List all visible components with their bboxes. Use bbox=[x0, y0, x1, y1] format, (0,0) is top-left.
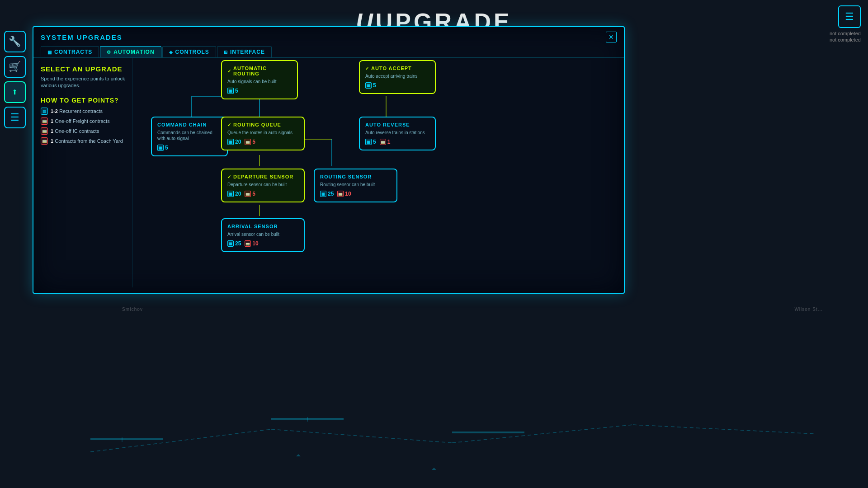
cost-val-rq2: 5 bbox=[252, 139, 255, 145]
card-desc-ds: Departure sensor can be built bbox=[227, 182, 298, 188]
cost-cyan-aa: ▦ 5 bbox=[365, 82, 376, 89]
point-icon-red-1: 🚃 bbox=[41, 117, 48, 125]
select-upgrade-desc: Spend the experience points to unlock va… bbox=[41, 75, 125, 89]
cost-icon-ar: ▦ bbox=[227, 88, 234, 94]
cost-icon-rs2: 🚃 bbox=[337, 191, 344, 197]
cost-cyan-ds: ▦ 20 bbox=[227, 191, 241, 197]
cost-icon-rs1: ▦ bbox=[320, 191, 326, 197]
card-title-rq: ✓ Routing Queue bbox=[227, 122, 298, 127]
point-item-3: 🚃 1 One-off IC contracts bbox=[41, 127, 125, 135]
tab-contracts-label: CONTRACTS bbox=[54, 49, 92, 55]
cost-val-rs2: 10 bbox=[345, 191, 351, 197]
check-icon-ds: ✓ bbox=[227, 174, 231, 179]
card-costs-ds: ▦ 20 🚃 5 bbox=[227, 191, 298, 197]
cost-cyan-ar: ▦ 5 bbox=[227, 88, 238, 94]
point-icon-red-2: 🚃 bbox=[41, 127, 48, 135]
check-icon-rq: ✓ bbox=[227, 122, 231, 127]
tab-automation[interactable]: ⚙ AUTOMATION bbox=[100, 46, 161, 57]
cost-val-cc: 5 bbox=[165, 145, 168, 151]
cost-cyan-rq: ▦ 20 bbox=[227, 139, 241, 145]
sidebar-btn-wrench[interactable]: 🔧 bbox=[4, 31, 26, 52]
card-costs-ar2: ▦ 5 🚃 1 bbox=[365, 139, 429, 145]
cost-red-ar2: 🚃 1 bbox=[380, 139, 391, 145]
card-costs-aa: ▦ 5 bbox=[365, 82, 429, 89]
point-item-1: ▦ 1-2 Recurrent contracts bbox=[41, 108, 125, 115]
contracts-tab-icon: ▦ bbox=[47, 50, 52, 55]
card-desc-as: Arrival sensor can be built bbox=[227, 231, 298, 237]
tab-controls[interactable]: ◈ CONTROLS bbox=[162, 46, 216, 57]
card-desc-ar2: Auto reverse trains in stations bbox=[365, 130, 429, 136]
cost-red-as: 🚃 10 bbox=[245, 240, 258, 247]
card-title-rs: Routing Sensor bbox=[320, 174, 391, 179]
cost-val-ar22: 1 bbox=[387, 139, 391, 145]
point-item-4: 🚃 1 Contracts from the Coach Yard bbox=[41, 137, 125, 145]
cost-red-rs: 🚃 10 bbox=[337, 191, 351, 197]
card-title-cc: Command Chain bbox=[157, 122, 222, 127]
card-desc-rs: Routing sensor can be built bbox=[320, 182, 391, 188]
card-title-auto-accept: ✓ Auto Accept bbox=[365, 66, 429, 71]
card-title-automatic-routing: ✓ Automatic Routing bbox=[227, 66, 292, 76]
cost-icon-as1: ▦ bbox=[227, 240, 234, 247]
card-routing-queue[interactable]: ✓ Routing Queue Queue the routes in auto… bbox=[221, 117, 305, 150]
card-title-ar2: Auto Reverse bbox=[365, 122, 429, 127]
card-desc-aa: Auto accept arriving trains bbox=[365, 73, 429, 79]
upgrade-tree-panel: ✓ Automatic Routing Auto signals can be … bbox=[133, 58, 624, 287]
sidebar-btn-cart[interactable]: 🛒 bbox=[4, 56, 26, 78]
menu-icon[interactable]: ☰ bbox=[838, 5, 861, 28]
cost-val-as2: 10 bbox=[252, 240, 258, 247]
status-labels: not completed not completed bbox=[830, 31, 861, 42]
card-costs-as: ▦ 25 🚃 10 bbox=[227, 240, 298, 247]
tab-bar: ▦ CONTRACTS ⚙ AUTOMATION ◈ CONTROLS ⊞ IN… bbox=[33, 42, 624, 58]
card-routing-sensor[interactable]: Routing Sensor Routing sensor can be bui… bbox=[314, 169, 397, 202]
card-automatic-routing[interactable]: ✓ Automatic Routing Auto signals can be … bbox=[221, 60, 298, 99]
cost-red-rq: 🚃 5 bbox=[245, 139, 255, 145]
cost-val-ar: 5 bbox=[235, 88, 238, 94]
cost-cyan-as: ▦ 25 bbox=[227, 240, 241, 247]
card-auto-reverse[interactable]: Auto Reverse Auto reverse trains in stat… bbox=[359, 117, 436, 150]
automation-tab-icon: ⚙ bbox=[107, 50, 111, 55]
tab-controls-label: CONTROLS bbox=[175, 49, 209, 55]
tab-interface[interactable]: ⊞ INTERFACE bbox=[217, 46, 272, 57]
card-desc-cc: Commands can be chained with auto-signal bbox=[157, 130, 222, 141]
point-icon-red-3: 🚃 bbox=[41, 137, 48, 145]
card-desc-rq: Queue the routes in auto signals bbox=[227, 130, 298, 136]
upgrade-dialog: System Upgrades ✕ ▦ CONTRACTS ⚙ AUTOMATI… bbox=[33, 26, 625, 294]
cost-icon-ds2: 🚃 bbox=[245, 191, 251, 197]
cost-icon-cc: ▦ bbox=[157, 145, 164, 151]
cost-cyan-rs: ▦ 25 bbox=[320, 191, 334, 197]
cost-icon-rq1: ▦ bbox=[227, 139, 234, 145]
interface-tab-icon: ⊞ bbox=[224, 50, 228, 55]
sidebar: 🔧 🛒 ⬆ ☰ bbox=[0, 27, 29, 128]
left-info-panel: Select an Upgrade Spend the experience p… bbox=[33, 58, 133, 287]
sidebar-btn-list[interactable]: ☰ bbox=[4, 107, 26, 128]
tab-interface-label: INTERFACE bbox=[230, 49, 265, 55]
card-arrival-sensor[interactable]: Arrival Sensor Arrival sensor can be bui… bbox=[221, 218, 305, 252]
card-auto-accept[interactable]: ✓ Auto Accept Auto accept arriving train… bbox=[359, 60, 436, 94]
cost-val-rs1: 25 bbox=[328, 191, 334, 197]
point-text-1: 1-2 Recurrent contracts bbox=[51, 108, 103, 114]
cost-cyan-cc: ▦ 5 bbox=[157, 145, 168, 151]
tab-automation-label: AUTOMATION bbox=[113, 49, 154, 55]
cost-val-rq1: 20 bbox=[235, 139, 241, 145]
cost-icon-ds1: ▦ bbox=[227, 191, 234, 197]
card-title-ds: ✓ Departure Sensor bbox=[227, 174, 298, 179]
point-text-3: 1 One-off IC contracts bbox=[51, 128, 99, 134]
dialog-title: System Upgrades bbox=[41, 33, 123, 41]
status-label-1: not completed bbox=[830, 31, 861, 36]
card-command-chain[interactable]: Command Chain Commands can be chained wi… bbox=[151, 117, 228, 156]
card-departure-sensor[interactable]: ✓ Departure Sensor Departure sensor can … bbox=[221, 169, 305, 202]
cost-val-ar21: 5 bbox=[373, 139, 376, 145]
card-costs-rs: ▦ 25 🚃 10 bbox=[320, 191, 391, 197]
tab-contracts[interactable]: ▦ CONTRACTS bbox=[41, 46, 99, 57]
cost-icon-aa: ▦ bbox=[365, 82, 372, 89]
sidebar-btn-upgrade[interactable]: ⬆ bbox=[4, 81, 26, 103]
card-costs-rq: ▦ 20 🚃 5 bbox=[227, 139, 298, 145]
cost-val-aa: 5 bbox=[373, 82, 376, 89]
point-text-4: 1 Contracts from the Coach Yard bbox=[51, 138, 123, 144]
card-costs-cc: ▦ 5 bbox=[157, 145, 222, 151]
cost-icon-rq2: 🚃 bbox=[245, 139, 251, 145]
how-to-title: How to get points? bbox=[41, 97, 125, 104]
cost-val-ds1: 20 bbox=[235, 191, 241, 197]
dialog-close-button[interactable]: ✕ bbox=[606, 32, 617, 42]
dialog-header: System Upgrades ✕ bbox=[33, 27, 624, 42]
